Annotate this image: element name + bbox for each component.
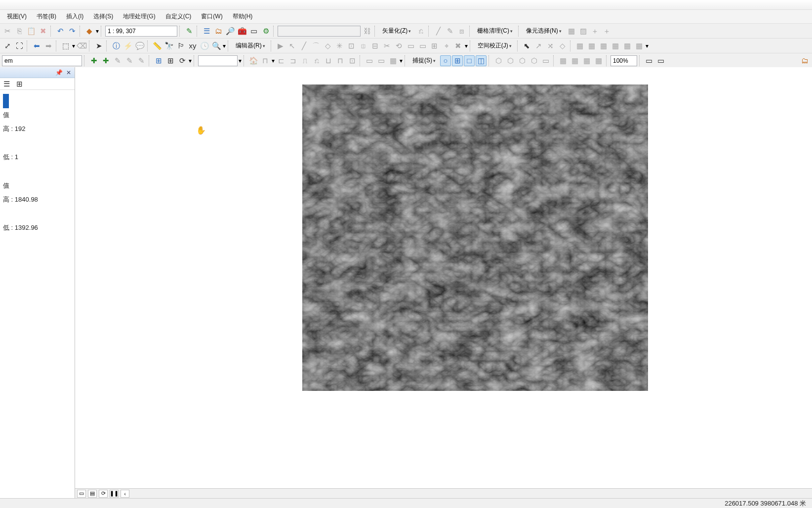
search-window-button[interactable]: 🔎	[225, 26, 236, 37]
catalog-button[interactable]: 🗂	[213, 26, 224, 37]
add-data-button[interactable]: ◆	[84, 26, 95, 37]
undo-button[interactable]: ↶	[55, 26, 66, 37]
menu-bookmark[interactable]: 书签(B)	[33, 10, 60, 23]
copy-button[interactable]: ⎘	[14, 26, 25, 37]
clear-selection-button[interactable]: ⌫	[76, 41, 87, 51]
window-list-button[interactable]: ▭	[644, 55, 654, 66]
create-feature2-button[interactable]: ✚	[100, 55, 111, 66]
gr-3[interactable]: ▦	[581, 55, 592, 66]
related-button[interactable]: ⛓	[362, 26, 372, 37]
geo-1[interactable]: ⬡	[493, 55, 504, 66]
measure-button[interactable]: 📏	[152, 41, 162, 51]
editor-menu[interactable]: 编辑器(R)▾	[232, 41, 269, 51]
text-input[interactable]	[198, 55, 238, 66]
tool-b5[interactable]: ⎌	[311, 55, 322, 66]
text-caret[interactable]: ▾	[239, 57, 242, 64]
line-tool[interactable]: ╱	[299, 41, 310, 51]
find-button[interactable]: 🔭	[163, 41, 174, 51]
gr-2[interactable]: ▦	[569, 55, 580, 66]
grid5[interactable]: ▦	[622, 41, 633, 51]
findroute-button[interactable]: 🏳	[175, 41, 186, 51]
pause-draw-button[interactable]: ❚❚	[110, 490, 119, 498]
grid2[interactable]: ▦	[586, 41, 597, 51]
delete-button[interactable]: ✖	[38, 26, 48, 37]
layout-view-tab[interactable]: ▤	[88, 490, 97, 498]
menu-customize[interactable]: 自定义(C)	[162, 10, 196, 23]
grid6[interactable]: ▦	[634, 41, 645, 51]
trace-tool[interactable]: ◇	[323, 41, 333, 51]
refresh-view-button[interactable]: ⟳	[99, 490, 108, 498]
spatial-adjust-menu[interactable]: 空间校正(J)▾	[474, 41, 515, 51]
back-view-button[interactable]: ‹	[121, 490, 129, 498]
layer-combo[interactable]	[2, 55, 82, 66]
target-layer-combo[interactable]	[278, 26, 361, 37]
rotate-button[interactable]: ⟳	[177, 55, 188, 66]
grid1[interactable]: ▦	[574, 41, 585, 51]
zoom-combo[interactable]	[610, 55, 637, 66]
snap-point-button[interactable]: ○	[440, 55, 451, 66]
map-view[interactable]: ✋ ▭ ▤ ⟳ ❚❚ ‹	[75, 67, 812, 498]
tool-b6[interactable]: ⊔	[323, 55, 334, 66]
menu-select[interactable]: 选择(S)	[89, 10, 117, 23]
map-canvas[interactable]	[302, 85, 648, 391]
timeslider-button[interactable]: 🕓	[199, 41, 210, 51]
attributes-button[interactable]: ▭	[406, 41, 416, 51]
tool-c3[interactable]: ▦	[388, 55, 399, 66]
viewer-caret[interactable]: ▾	[223, 42, 226, 49]
identify-button[interactable]: ⓘ	[111, 41, 122, 51]
menu-insert[interactable]: 插入(I)	[62, 10, 87, 23]
hyperlink-button[interactable]: ⚡	[122, 41, 133, 51]
tool-b4[interactable]: ⎍	[299, 55, 310, 66]
toolbox-button[interactable]: 🧰	[237, 26, 247, 37]
cut-polygon-tool[interactable]: ⊟	[370, 41, 381, 51]
tool-c1[interactable]: ▭	[364, 55, 375, 66]
vect-tool2[interactable]: ╱	[433, 26, 444, 37]
select-caret[interactable]: ▾	[72, 42, 75, 49]
grid3[interactable]: ▦	[598, 41, 609, 51]
edit-play-button[interactable]: ▶	[275, 41, 286, 51]
data-view-tab[interactable]: ▭	[77, 490, 86, 498]
toc-layer-selected[interactable]	[3, 94, 9, 108]
edit-vertices[interactable]: ⊡	[346, 41, 357, 51]
geo-5[interactable]: ▭	[540, 55, 551, 66]
window-list2-button[interactable]: ▭	[655, 55, 666, 66]
toc-button[interactable]: ☰	[201, 26, 212, 37]
toc-close-button[interactable]: ✕	[65, 69, 73, 77]
viewer-button[interactable]: 🔍	[211, 41, 222, 51]
snap-edge-button[interactable]: ◫	[476, 55, 487, 66]
scale-combo[interactable]	[105, 26, 177, 37]
raster-cleanup-menu[interactable]: 栅格清理(C)▾	[474, 26, 516, 37]
arc-tool[interactable]: ⌒	[311, 41, 322, 51]
menu-window[interactable]: 窗口(W)	[197, 10, 226, 23]
vect-tool4[interactable]: ⧇	[456, 26, 467, 37]
geo-4[interactable]: ⬡	[528, 55, 539, 66]
geo-3[interactable]: ⬡	[517, 55, 528, 66]
vect-tool3[interactable]: ✎	[445, 26, 455, 37]
toc-pin-button[interactable]: 📌	[55, 69, 63, 77]
rotate-tool[interactable]: ⟲	[394, 41, 405, 51]
adj-caret[interactable]: ▾	[646, 42, 649, 49]
next-extent-button[interactable]: ➡	[43, 41, 54, 51]
sketch3[interactable]: ✎	[136, 55, 147, 66]
snap-menu[interactable]: 捕捉(S)▾	[409, 55, 439, 66]
table2-button[interactable]: ⊞	[165, 55, 176, 66]
prev-extent-button[interactable]: ⬅	[31, 41, 42, 51]
scale-input[interactable]	[105, 26, 177, 37]
modelbuilder-button[interactable]: ⚙	[260, 26, 271, 37]
snap-end-button[interactable]: ⊞	[452, 55, 463, 66]
table-button[interactable]: ⊞	[153, 55, 164, 66]
paste-button[interactable]: 📋	[26, 26, 37, 37]
snap-conflict-button[interactable]: ✖	[453, 41, 464, 51]
gr-4[interactable]: ▦	[593, 55, 604, 66]
add-data-caret[interactable]: ▾	[96, 28, 99, 35]
cell-tool2[interactable]: ▨	[578, 26, 589, 37]
rotate-caret[interactable]: ▾	[189, 57, 192, 64]
adj-newlink[interactable]: ◇	[557, 41, 568, 51]
tool-b2[interactable]: ⊏	[276, 55, 286, 66]
full-extent-button[interactable]: ⛶	[14, 41, 25, 51]
sketch1[interactable]: ✎	[112, 55, 123, 66]
c-caret[interactable]: ▾	[400, 57, 403, 64]
reshape-tool[interactable]: ⎅	[358, 41, 369, 51]
tool-b3[interactable]: ⊐	[287, 55, 298, 66]
grid4[interactable]: ▦	[610, 41, 621, 51]
